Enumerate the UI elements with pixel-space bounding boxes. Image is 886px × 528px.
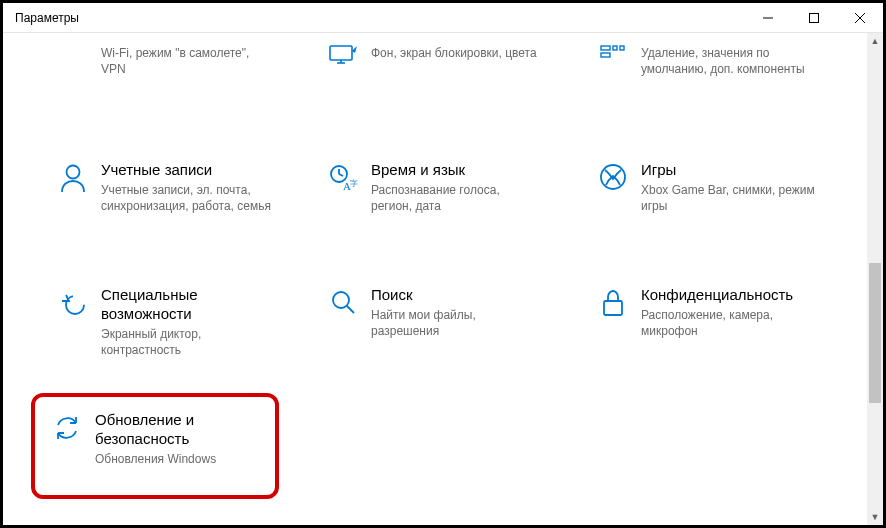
apps-icon xyxy=(595,43,631,63)
tile-desc: Учетные записи, эл. почта, синхронизация… xyxy=(101,182,271,214)
tile-apps[interactable]: Удаление, значения по умолчанию, доп. ко… xyxy=(583,35,833,85)
svg-rect-1 xyxy=(810,13,819,22)
window-title: Параметры xyxy=(3,11,745,25)
person-icon xyxy=(55,161,91,193)
tile-desc: Фон, экран блокировки, цвета xyxy=(371,45,541,61)
tile-desc: Wi-Fi, режим "в самолете", VPN xyxy=(101,45,271,77)
svg-line-20 xyxy=(347,306,354,313)
tile-network[interactable]: Wi-Fi, режим "в самолете", VPN xyxy=(43,35,283,85)
tile-title: Обновление и безопасность xyxy=(95,411,261,449)
minimize-icon xyxy=(763,13,773,23)
tile-title: Время и язык xyxy=(371,161,541,180)
tile-time-language[interactable]: A字 Время и язык Распознавание голоса, ре… xyxy=(313,153,553,222)
xbox-icon xyxy=(595,161,631,191)
scroll-thumb[interactable] xyxy=(869,263,881,403)
svg-rect-10 xyxy=(620,46,624,50)
vertical-scrollbar[interactable]: ▲ ▼ xyxy=(867,33,883,525)
scroll-down-icon[interactable]: ▼ xyxy=(867,509,883,525)
tile-title: Специальные возможности xyxy=(101,286,271,324)
tile-gaming[interactable]: Игры Xbox Game Bar, снимки, режим игры xyxy=(583,153,833,222)
lock-icon xyxy=(595,286,631,318)
svg-line-14 xyxy=(339,174,343,176)
monitor-brush-icon xyxy=(325,43,361,65)
tile-desc: Обновления Windows xyxy=(95,451,261,467)
search-icon xyxy=(325,286,361,316)
tile-search[interactable]: Поиск Найти мои файлы, разрешения xyxy=(313,278,553,347)
svg-rect-8 xyxy=(601,53,610,57)
svg-point-11 xyxy=(67,166,80,179)
minimize-button[interactable] xyxy=(745,3,791,33)
tile-ease-of-access[interactable]: Специальные возможности Экранный диктор,… xyxy=(43,278,283,366)
ease-of-access-icon xyxy=(55,286,91,318)
close-button[interactable] xyxy=(837,3,883,33)
tile-desc: Расположение, камера, микрофон xyxy=(641,307,821,339)
tile-accounts[interactable]: Учетные записи Учетные записи, эл. почта… xyxy=(43,153,283,222)
time-language-icon: A字 xyxy=(325,161,361,193)
settings-grid: Wi-Fi, режим "в самолете", VPN Фон, экра… xyxy=(3,33,867,525)
tile-update-security[interactable]: Обновление и безопасность Обновления Win… xyxy=(31,393,279,499)
globe-icon xyxy=(55,43,91,45)
titlebar: Параметры xyxy=(3,3,883,33)
tile-desc: Найти мои файлы, разрешения xyxy=(371,307,541,339)
tile-desc: Xbox Game Bar, снимки, режим игры xyxy=(641,182,821,214)
scroll-up-icon[interactable]: ▲ xyxy=(867,33,883,49)
tile-desc: Экранный диктор, контрастность xyxy=(101,326,271,358)
svg-rect-7 xyxy=(601,46,610,50)
svg-rect-21 xyxy=(604,301,622,315)
content-area: Wi-Fi, режим "в самолете", VPN Фон, экра… xyxy=(3,33,883,525)
maximize-button[interactable] xyxy=(791,3,837,33)
tile-privacy[interactable]: Конфиденциальность Расположение, камера,… xyxy=(583,278,833,347)
tile-title: Учетные записи xyxy=(101,161,271,180)
tile-title: Игры xyxy=(641,161,821,180)
tile-personalization[interactable]: Фон, экран блокировки, цвета xyxy=(313,35,553,73)
tile-title: Поиск xyxy=(371,286,541,305)
tile-title: Конфиденциальность xyxy=(641,286,821,305)
tile-desc: Удаление, значения по умолчанию, доп. ко… xyxy=(641,45,821,77)
sync-icon xyxy=(49,411,85,443)
svg-text:字: 字 xyxy=(350,179,358,188)
maximize-icon xyxy=(809,13,819,23)
svg-rect-9 xyxy=(613,46,617,50)
close-icon xyxy=(855,13,865,23)
svg-point-19 xyxy=(333,292,349,308)
tile-desc: Распознавание голоса, регион, дата xyxy=(371,182,541,214)
svg-rect-4 xyxy=(330,46,352,60)
